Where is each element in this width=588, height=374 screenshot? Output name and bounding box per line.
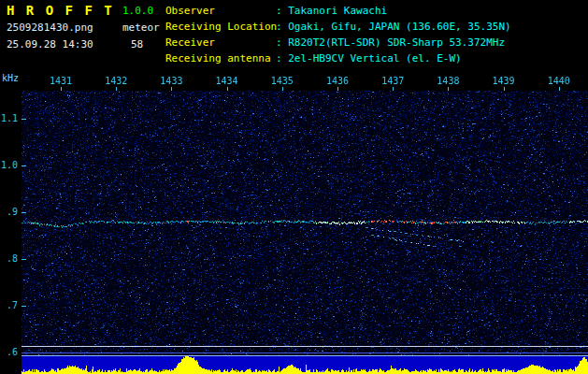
mode-label: meteor [122,22,160,34]
x-axis-tick-label: 1438 [434,76,462,86]
station-info-row: Receiving antenna: 2el-HB9CV Vertical (e… [165,50,511,66]
y-axis-tick-label: .9 [0,207,18,217]
x-axis-tick-label: 1435 [268,76,296,86]
x-axis-tick-label: 1433 [157,76,185,86]
x-axis-tick-label: 1440 [545,76,573,86]
x-axis-tick-label: 1437 [379,76,407,86]
y-axis-tick-label: 1.0 [0,160,18,170]
station-info: Observer: Takanori KawachiReceiving Loca… [165,3,511,66]
station-info-label: Observer [165,3,276,19]
station-info-row: Receiver: R820T2(RTL-SDR) SDR-Sharp 53.3… [165,35,511,50]
y-axis-tick-label: .8 [0,253,18,264]
app-version: 1.0.0 [122,5,153,17]
station-info-value: : Takanori Kawachi [276,5,387,17]
x-axis-tick-label: 1439 [490,76,518,86]
station-info-row: Observer: Takanori Kawachi [165,3,511,19]
datetime-label: 25.09.28 14:30 [7,38,93,50]
output-filename: 2509281430.png [7,22,93,34]
station-info-row: Receiving Location: Ogaki, Gifu, JAPAN (… [165,19,511,35]
hrofft-output-window: H R O F F T 1.0.0 2509281430.png meteor … [0,0,588,374]
y-axis-tick-label: .6 [0,347,18,357]
echo-count: 58 [131,38,143,50]
station-info-value: : Ogaki, Gifu, JAPAN (136.60E, 35.35N) [276,21,511,33]
y-axis-unit-label: kHz [2,73,19,83]
station-info-value: : 2el-HB9CV Vertical (el. E-W) [276,52,462,65]
y-axis-tick-label: .7 [0,300,18,310]
x-axis-tick-label: 1434 [213,76,241,86]
spectrogram-canvas [22,84,588,374]
x-axis-tick-label: 1432 [102,76,130,86]
station-info-label: Receiver [165,35,276,50]
station-info-label: Receiving Location [165,19,276,35]
x-axis-tick-label: 1436 [323,76,351,86]
app-title: H R O F F T [7,3,114,18]
y-axis-tick-label: 1.1 [0,113,18,123]
station-info-label: Receiving antenna [165,50,276,66]
station-info-value: : R820T2(RTL-SDR) SDR-Sharp 53.372MHz [276,36,505,49]
x-axis-tick-label: 1431 [47,76,75,86]
